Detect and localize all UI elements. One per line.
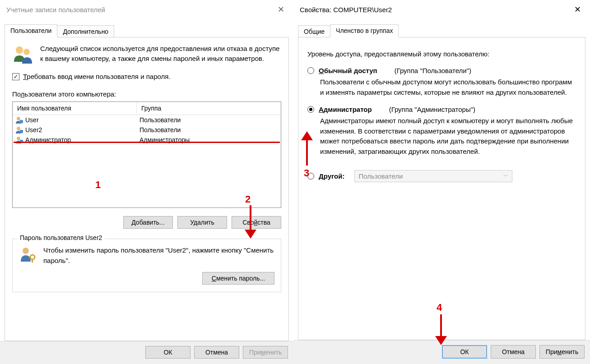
users-list-label: Пользователи этого компьютера: (12, 90, 281, 98)
svg-point-1 (23, 49, 30, 55)
titlebar: Свойства: COMPUTER\User2 ✕ (293, 0, 590, 18)
ok-button[interactable]: ОК (442, 345, 487, 359)
svg-rect-3 (20, 120, 23, 123)
apply-button[interactable]: Применить (539, 345, 585, 359)
tab-panel-users: Следующий список используется для предос… (5, 37, 289, 341)
annotation-arrow-2-shaft (250, 205, 251, 232)
change-password-button[interactable]: Сменить пароль... (202, 272, 274, 285)
radio-standard-block: Обычный доступ (Группа "Пользователи") П… (307, 67, 578, 97)
tab-advanced[interactable]: Дополнительно (57, 25, 114, 38)
apply-button: Применить (243, 346, 288, 359)
radio-other[interactable] (307, 173, 314, 180)
annotation-arrow-3-head (300, 131, 314, 140)
listview-header: Имя пользователя Группа (13, 102, 281, 115)
svg-point-9 (30, 255, 35, 259)
svg-marker-11 (245, 230, 256, 239)
tabstrip: Пользователи Дополнительно (0, 24, 293, 37)
radio-other-title: Другой: (319, 172, 344, 180)
column-header-name[interactable]: Имя пользователя (13, 102, 137, 115)
chevron-down-icon: ﹀ (503, 173, 508, 180)
ok-button[interactable]: ОК (145, 346, 190, 359)
require-login-checkbox[interactable]: ✓ Требовать ввод имени пользователя и па… (12, 73, 281, 80)
dialog-footer: ОК Отмена Применить (0, 341, 293, 364)
remove-button[interactable]: Удалить (177, 216, 227, 229)
annotation-underline (14, 142, 280, 143)
column-header-group[interactable]: Группа (137, 102, 281, 115)
dialog-title: Свойства: COMPUTER\User2 (300, 6, 392, 14)
svg-point-8 (23, 248, 29, 254)
svg-point-6 (17, 137, 20, 140)
tab-panel-membership: Уровень доступа, предоставляемый этому п… (298, 37, 585, 340)
user-properties-dialog: Свойства: COMPUTER\User2 ✕ Общие Членств… (293, 0, 590, 364)
annotation-4: 4 (437, 302, 442, 313)
radio-admin-note: (Группа "Администраторы") (389, 106, 475, 113)
close-icon[interactable]: ✕ (274, 4, 288, 15)
annotation-arrow-4-head (434, 336, 448, 345)
svg-rect-5 (20, 130, 23, 133)
properties-button[interactable]: Свойства (232, 216, 281, 229)
access-level-label: Уровень доступа, предоставляемый этому п… (307, 50, 578, 58)
list-item[interactable]: Администратор Администраторы (13, 135, 281, 145)
radio-other-block: Другой: Пользователи ﹀ (307, 170, 578, 182)
svg-marker-12 (301, 131, 313, 140)
radio-admin-title: Администратор (319, 106, 372, 113)
checkbox-icon: ✓ (12, 73, 19, 80)
annotation-arrow-4-shaft (440, 314, 442, 339)
user-icon (15, 126, 23, 134)
user-icon (15, 116, 23, 124)
list-item[interactable]: User Пользователи (13, 115, 281, 125)
password-group-title: Пароль пользователя User2 (17, 234, 105, 241)
key-user-icon (19, 245, 37, 263)
tab-general[interactable]: Общие (298, 25, 330, 38)
radio-standard-desc: Пользователи с обычным доступом могут ис… (320, 77, 573, 97)
radio-admin[interactable] (307, 106, 314, 113)
svg-point-4 (17, 127, 20, 130)
svg-marker-13 (435, 336, 447, 345)
user-buttons-row: Добавить... Удалить Свойства (12, 216, 281, 229)
svg-point-2 (17, 117, 20, 120)
dialog-title: Учетные записи пользователей (6, 6, 105, 14)
users-listview[interactable]: Имя пользователя Группа User Пользовател… (12, 101, 281, 208)
radio-standard-title: Обычный доступ (319, 67, 377, 74)
close-icon[interactable]: ✕ (571, 4, 585, 15)
password-groupbox: Пароль пользователя User2 Чтобы изменить… (12, 239, 281, 292)
intro-text: Следующий список используется для предос… (40, 44, 281, 65)
radio-admin-block: Администратор (Группа "Администраторы") … (307, 106, 578, 157)
cancel-button[interactable]: Отмена (491, 345, 536, 359)
other-group-dropdown[interactable]: Пользователи ﹀ (354, 170, 512, 182)
tab-group-membership[interactable]: Членство в группах (330, 24, 399, 37)
radio-standard[interactable] (307, 67, 314, 74)
users-icon (12, 44, 34, 65)
password-text: Чтобы изменить пароль пользователя "User… (43, 245, 274, 266)
tabstrip: Общие Членство в группах (293, 24, 590, 37)
tab-users[interactable]: Пользователи (5, 24, 57, 37)
annotation-arrow-2-head (244, 230, 257, 239)
add-button[interactable]: Добавить... (123, 216, 173, 229)
require-login-label: ребовать ввод имени пользователя и парол… (27, 73, 170, 80)
radio-standard-note: (Группа "Пользователи") (395, 67, 471, 74)
titlebar: Учетные записи пользователей ✕ (0, 0, 293, 18)
svg-point-0 (16, 46, 23, 54)
svg-rect-10 (32, 259, 33, 263)
cancel-button[interactable]: Отмена (194, 346, 239, 359)
user-accounts-dialog: Учетные записи пользователей ✕ Пользоват… (0, 0, 293, 364)
annotation-arrow-3-shaft (306, 138, 308, 166)
radio-admin-desc: Администраторы имеют полный доступ к ком… (320, 116, 573, 157)
list-item[interactable]: User2 Пользователи (13, 125, 281, 135)
